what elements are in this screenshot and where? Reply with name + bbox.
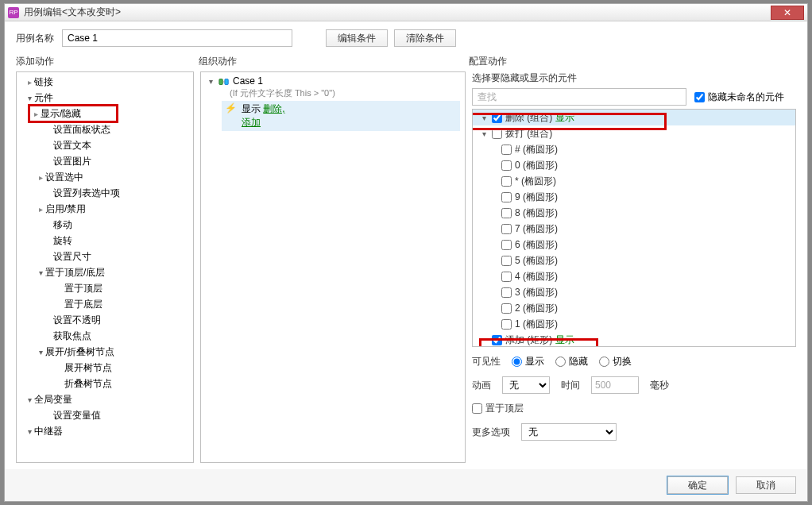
tree-item-to-back[interactable]: 置于底层 <box>17 296 193 312</box>
chevron-right-icon <box>36 173 45 182</box>
ok-button[interactable]: 确定 <box>667 476 728 494</box>
tree-item-focus[interactable]: 获取焦点 <box>17 328 193 344</box>
tree-item-expand[interactable]: 展开树节点 <box>17 360 193 376</box>
tree-item-layer[interactable]: 置于顶层/底层 <box>17 264 193 280</box>
widget-row-dial-group[interactable]: 拨打 (组合) <box>473 125 795 141</box>
case-name-row: 用例名称 编辑条件 清除条件 <box>5 21 807 52</box>
tree-item-repeater[interactable]: 中继器 <box>17 423 193 439</box>
radio-toggle[interactable]: 切换 <box>599 355 632 368</box>
chevron-right-icon <box>25 78 34 87</box>
tree-item-to-front[interactable]: 置于顶层 <box>17 280 193 296</box>
widget-row-2[interactable]: 2 (椭圆形) <box>473 300 795 316</box>
animation-select[interactable]: 无 <box>502 376 550 394</box>
add-action-panel[interactable]: 链接 元件 显示/隐藏 设置面板状态 设置文本 设置图片 设置选中 设置列表选中… <box>16 71 194 463</box>
case-node[interactable]: Case 1 <box>206 75 460 87</box>
panel-title-organize: 组织动作 <box>199 55 469 68</box>
panel-title-add-action: 添加动作 <box>16 55 199 68</box>
widget-checkbox[interactable] <box>501 319 512 330</box>
widget-row-4[interactable]: 4 (椭圆形) <box>473 268 795 284</box>
ms-label: 毫秒 <box>650 379 669 392</box>
widget-row-1[interactable]: 1 (椭圆形) <box>473 316 795 332</box>
action-node[interactable]: ⚡ 显示 删除, 添加 <box>222 101 460 131</box>
widget-row-6[interactable]: 6 (椭圆形) <box>473 237 795 252</box>
widget-checkbox[interactable] <box>501 303 512 314</box>
more-options-select[interactable]: 无 <box>521 423 617 441</box>
case-condition: (If 元件文字长度 This > "0") <box>230 87 460 99</box>
case-name-input[interactable] <box>62 29 292 47</box>
widget-row-hash[interactable]: # (椭圆形) <box>473 141 795 157</box>
tree-item-opacity[interactable]: 设置不透明 <box>17 312 193 328</box>
tree-item-enable-disable[interactable]: 启用/禁用 <box>17 201 193 217</box>
chevron-down-icon <box>206 77 215 86</box>
widget-checkbox[interactable] <box>501 240 512 250</box>
widget-checkbox[interactable] <box>501 192 512 202</box>
radio-hide[interactable]: 隐藏 <box>555 355 588 368</box>
tree-item-collapse[interactable]: 折叠树节点 <box>17 376 193 391</box>
chevron-right-icon <box>36 205 45 214</box>
widget-checkbox[interactable] <box>501 160 512 171</box>
chevron-down-icon <box>36 268 45 277</box>
tree-item-rotate[interactable]: 旋转 <box>17 233 193 249</box>
widget-row-8[interactable]: 8 (椭圆形) <box>473 205 795 221</box>
panels-header: 添加动作 组织动作 配置动作 <box>5 52 807 71</box>
tree-item-widgets[interactable]: 元件 <box>17 90 193 106</box>
tree-item-set-var[interactable]: 设置变量值 <box>17 407 193 423</box>
tree-item-global-var[interactable]: 全局变量 <box>17 391 193 407</box>
dialog-footer: 确定 取消 <box>5 469 807 501</box>
widget-row-delete-group[interactable]: 删除 (组合)显示 <box>473 110 795 125</box>
chevron-down-icon <box>479 114 489 122</box>
widget-checkbox[interactable] <box>501 176 512 187</box>
tree-item-move[interactable]: 移动 <box>17 217 193 233</box>
widget-checkbox[interactable] <box>501 272 512 282</box>
widget-search-input[interactable] <box>472 88 686 106</box>
widget-row-7[interactable]: 7 (椭圆形) <box>473 221 795 237</box>
widget-checkbox[interactable] <box>501 224 512 234</box>
widget-tree[interactable]: 删除 (组合)显示 拨打 (组合) # (椭圆形) 0 (椭圆形) * (椭圆形… <box>472 109 796 347</box>
tree-item-panel-state[interactable]: 设置面板状态 <box>17 121 193 137</box>
widget-checkbox[interactable] <box>492 335 502 345</box>
widget-checkbox[interactable] <box>501 287 512 298</box>
configure-options: 可见性 显示 隐藏 切换 动画 无 时间 毫秒 置于顶层 更多选项 无 <box>472 347 796 441</box>
chevron-down-icon <box>25 94 34 102</box>
animation-label: 动画 <box>472 379 491 392</box>
widget-checkbox[interactable] <box>501 256 512 266</box>
clear-condition-button[interactable]: 清除条件 <box>394 29 456 47</box>
widget-row-5[interactable]: 5 (椭圆形) <box>473 252 795 268</box>
tree-item-set-list-selected[interactable]: 设置列表选中项 <box>17 185 193 201</box>
tree-item-set-image[interactable]: 设置图片 <box>17 153 193 169</box>
tree-item-set-selected[interactable]: 设置选中 <box>17 169 193 185</box>
edit-condition-button[interactable]: 编辑条件 <box>326 29 388 47</box>
widget-row-add-rect[interactable]: 添加 (矩形)显示 <box>473 332 795 347</box>
titlebar[interactable]: RP 用例编辑<文本改变时> ✕ <box>5 4 807 21</box>
widget-checkbox[interactable] <box>492 113 502 123</box>
cancel-button[interactable]: 取消 <box>736 476 796 494</box>
visibility-row: 可见性 显示 隐藏 切换 <box>472 355 796 368</box>
more-options-row: 更多选项 无 <box>472 423 796 441</box>
bring-front-row: 置于顶层 <box>472 402 796 415</box>
tree-item-links[interactable]: 链接 <box>17 74 193 90</box>
widget-checkbox[interactable] <box>501 145 512 155</box>
close-button[interactable]: ✕ <box>771 6 804 20</box>
time-input[interactable] <box>591 376 639 394</box>
tree-item-set-size[interactable]: 设置尺寸 <box>17 249 193 264</box>
widget-row-0[interactable]: 0 (椭圆形) <box>473 157 795 173</box>
action-target-delete: 删除, <box>263 103 284 114</box>
tree-item-set-text[interactable]: 设置文本 <box>17 137 193 153</box>
radio-show[interactable]: 显示 <box>512 355 544 368</box>
hide-unnamed-checkbox[interactable]: 隐藏未命名的元件 <box>694 91 784 104</box>
widget-row-3[interactable]: 3 (椭圆形) <box>473 284 795 300</box>
widget-row-9[interactable]: 9 (椭圆形) <box>473 189 795 205</box>
bolt-icon: ⚡ <box>225 102 237 114</box>
bring-to-front-checkbox[interactable]: 置于顶层 <box>472 402 524 415</box>
widget-row-star[interactable]: * (椭圆形) <box>473 173 795 189</box>
widget-checkbox[interactable] <box>501 208 512 218</box>
organize-panel[interactable]: Case 1 (If 元件文字长度 This > "0") ⚡ 显示 删除, 添… <box>200 71 466 463</box>
tree-item-tree-ops[interactable]: 展开/折叠树节点 <box>17 344 193 360</box>
widget-checkbox[interactable] <box>492 129 502 139</box>
panel-title-configure: 配置动作 <box>469 55 796 68</box>
more-options-label: 更多选项 <box>472 426 510 439</box>
case-name-label: 用例名称 <box>16 32 54 45</box>
main-area: 链接 元件 显示/隐藏 设置面板状态 设置文本 设置图片 设置选中 设置列表选中… <box>5 71 807 469</box>
tree-item-show-hide[interactable]: 显示/隐藏 <box>29 106 117 121</box>
chevron-down-icon <box>36 348 45 357</box>
